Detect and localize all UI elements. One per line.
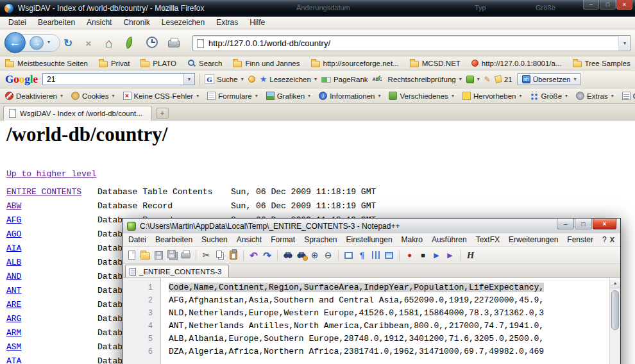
menu-item[interactable]: ? <box>598 233 611 246</box>
scroll-up-icon[interactable]: ▲ <box>610 278 620 288</box>
menu-item[interactable]: Ansicht <box>81 17 117 29</box>
sync-scroll-icon[interactable] <box>344 252 353 259</box>
forward-button[interactable]: → <box>30 36 44 50</box>
new-file-icon[interactable] <box>128 251 135 260</box>
vertical-scrollbar[interactable]: ▲ <box>609 278 620 364</box>
entry-link[interactable]: ANT <box>6 286 97 295</box>
search-dropdown-icon[interactable]: ▾ <box>183 74 194 85</box>
webdev-menu-item[interactable]: Cookies ▾ <box>71 92 115 100</box>
indent-guide-icon[interactable] <box>372 251 380 259</box>
code-area[interactable]: Code,Name,Continent,Region,SurfaceArea,I… <box>161 278 609 364</box>
record-macro-icon[interactable]: ● <box>404 250 415 261</box>
editor[interactable]: 123456 Code,Name,Continent,Region,Surfac… <box>123 278 620 364</box>
menu-item[interactable]: Format <box>266 233 300 246</box>
minimize-button[interactable]: – <box>557 219 574 229</box>
undo-icon[interactable]: ↶ <box>248 250 259 261</box>
webdev-menu-item[interactable]: Quelltext ▾ <box>622 92 635 100</box>
webdev-menu-item[interactable]: Deaktivieren ▾ <box>5 92 63 100</box>
edit-pencil-icon[interactable]: ✎ <box>484 75 491 84</box>
url-input[interactable]: http://127.0.0.1/world-db/country/ <box>204 38 618 48</box>
close-button[interactable]: × <box>616 0 632 10</box>
pagerank-indicator[interactable]: PageRank <box>321 76 368 83</box>
entry-link[interactable]: AND <box>6 272 97 281</box>
bookmark-item[interactable]: PLATO <box>140 60 176 67</box>
history-dropdown-icon[interactable]: ▾ <box>47 39 50 45</box>
open-file-icon[interactable] <box>140 252 150 260</box>
home-button[interactable]: ⌂ <box>101 35 117 51</box>
entry-link[interactable]: ALB <box>6 258 97 267</box>
webdev-menu-item[interactable]: Größe ▾ <box>530 92 568 100</box>
webdev-menu-item[interactable]: Verschiedenes ▾ <box>389 92 453 100</box>
webdev-menu-item[interactable]: Keine CSS-Fehler ▾ <box>123 92 199 100</box>
minimize-button[interactable]: – <box>583 0 599 10</box>
entry-link[interactable]: AGO <box>6 229 97 239</box>
entry-link[interactable]: ABW <box>6 201 97 211</box>
bookmark-item[interactable]: Search <box>187 59 222 67</box>
webdev-menu-item[interactable]: Informationen ▾ <box>319 92 380 100</box>
entry-link[interactable]: ARG <box>6 314 97 324</box>
zoom-in-icon[interactable]: ⊕ <box>309 250 320 261</box>
menu-item[interactable]: Suchen <box>197 233 232 246</box>
up-to-higher-level-link[interactable]: Up to higher level <box>6 169 96 179</box>
menu-item[interactable]: Datei <box>3 17 32 29</box>
wrap-icon[interactable] <box>385 252 393 259</box>
menu-item[interactable]: Makro <box>397 233 427 246</box>
stop-button[interactable]: × <box>81 35 96 51</box>
webdev-menu-item[interactable]: Grafiken ▾ <box>266 92 310 100</box>
entry-link[interactable]: ENTIRE CONTENTS <box>6 187 97 197</box>
menu-item[interactable]: Einstellungen <box>342 233 397 246</box>
url-bar[interactable]: http://127.0.0.1/world-db/country/ ▾ <box>192 35 631 51</box>
new-tab-button[interactable]: + <box>156 108 169 119</box>
url-dropdown-icon[interactable]: ▾ <box>618 36 631 51</box>
menu-item[interactable]: Lesezeichen <box>156 17 210 29</box>
back-button[interactable]: ← <box>4 32 26 53</box>
print-icon[interactable] <box>181 252 190 258</box>
entry-link[interactable]: AFG <box>6 215 97 225</box>
close-button[interactable]: × <box>593 219 616 229</box>
google-search-input[interactable]: 21 ▾ <box>42 73 195 85</box>
replace-icon[interactable] <box>296 251 307 260</box>
show-symbols-icon[interactable]: ¶ <box>357 250 368 261</box>
save-all-icon[interactable] <box>167 250 176 258</box>
site-search-icon[interactable] <box>248 76 255 83</box>
menu-item[interactable]: Datei <box>124 233 151 246</box>
menu-item[interactable]: Sprachen <box>300 233 341 246</box>
bookmark-item[interactable]: Meistbesuchte Seiten <box>5 60 88 67</box>
menu-item[interactable]: Bearbeiten <box>32 17 81 29</box>
menu-item[interactable]: Bearbeiten <box>151 233 197 246</box>
play-macro-icon[interactable]: ▶ <box>431 250 442 261</box>
menu-item[interactable]: Hilfe <box>244 17 271 29</box>
entry-link[interactable]: ARM <box>6 328 97 338</box>
reload-button[interactable]: ↻ <box>60 35 76 51</box>
bookmark-item[interactable]: Privat <box>99 60 130 67</box>
maximize-button[interactable]: □ <box>600 0 616 10</box>
tab-wsgidav[interactable]: WsgiDAV - Index of /world-db/count... <box>3 106 152 120</box>
close-document-icon[interactable]: X <box>610 236 614 244</box>
menu-item[interactable]: TextFX <box>471 233 504 246</box>
document-tab[interactable]: _ENTIRE_CONTENTS-3 <box>125 265 229 277</box>
webdev-menu-item[interactable]: Formulare ▾ <box>207 92 257 100</box>
entry-link[interactable]: ATA <box>6 356 97 364</box>
bookmark-item[interactable]: http://127.0.0.1:8001/a... <box>471 60 562 67</box>
entry-link[interactable]: ARE <box>6 300 97 310</box>
notepadpp-titlebar[interactable]: C:\Users\Martin\AppData\Local\Temp\_ENTI… <box>123 219 620 233</box>
menu-item[interactable]: Extras <box>210 17 244 29</box>
print-icon[interactable] <box>168 40 180 47</box>
redo-icon[interactable]: ↷ <box>262 250 273 261</box>
entry-link[interactable]: AIA <box>6 244 97 253</box>
run-macro-multiple-icon[interactable]: ▶ <box>444 250 455 261</box>
google-search-button[interactable]: G Suche ▾ <box>205 74 244 84</box>
menu-item[interactable]: Fenster <box>563 233 598 246</box>
spellcheck-button[interactable]: ABC✓ Rechtschreibprüfung ▾ <box>373 75 462 83</box>
paste-icon[interactable] <box>230 251 237 260</box>
bookmark-item[interactable]: Finn und Jannes <box>233 60 300 67</box>
find-icon[interactable] <box>283 251 293 260</box>
history-clock-icon[interactable] <box>146 37 158 48</box>
bookmark-item[interactable]: http://sourceforge.net... <box>311 60 399 67</box>
menu-item[interactable]: Erweiterungen <box>504 233 563 246</box>
copy-icon[interactable] <box>216 251 222 258</box>
bookmark-item[interactable]: MCSD.NET <box>410 60 461 67</box>
textfx-icon[interactable]: H <box>465 250 476 261</box>
maximize-button[interactable]: □ <box>575 219 592 229</box>
menu-item[interactable]: Ausführen <box>427 233 471 246</box>
